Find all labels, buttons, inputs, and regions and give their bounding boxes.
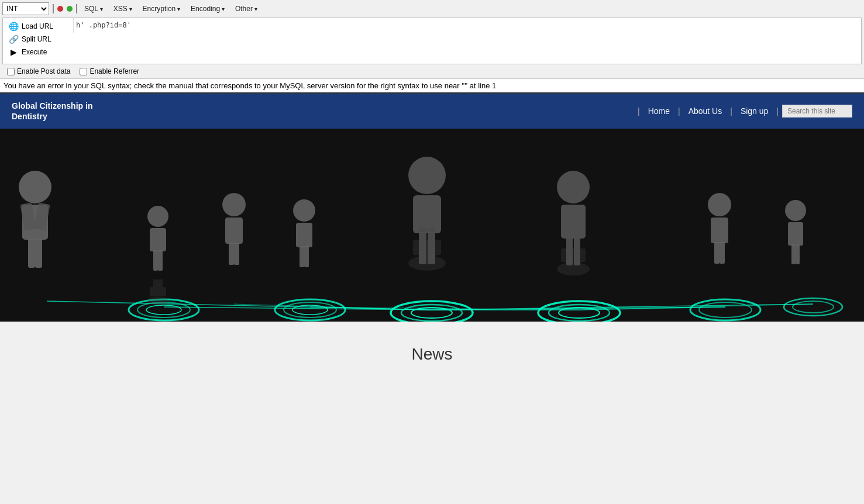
- svg-rect-68: [428, 227, 435, 240]
- svg-rect-62: [150, 287, 166, 296]
- svg-point-61: [147, 297, 168, 305]
- svg-rect-66: [413, 240, 441, 255]
- svg-rect-31: [28, 239, 35, 268]
- int-select[interactable]: INT GET POST Cookie: [2, 2, 49, 15]
- enable-referrer-label[interactable]: Enable Referrer: [80, 67, 139, 75]
- svg-point-69: [557, 263, 590, 275]
- green-indicator: [67, 6, 73, 12]
- svg-rect-71: [566, 237, 573, 248]
- svg-rect-55: [714, 242, 720, 264]
- site-nav: Global Citizenship inDentistry | Home | …: [0, 94, 864, 129]
- svg-rect-36: [158, 250, 163, 271]
- toolbar: INT GET POST Cookie SQL XSS Encryption E…: [0, 0, 864, 79]
- sql-error-banner: You have an error in your SQL syntax; ch…: [0, 79, 864, 94]
- svg-rect-43: [300, 246, 304, 267]
- svg-rect-67: [419, 227, 426, 240]
- svg-rect-40: [234, 243, 239, 265]
- execute-button[interactable]: ▶ Execute: [6, 46, 70, 58]
- encryption-menu-button[interactable]: Encryption: [139, 4, 184, 14]
- nav-sep-2: |: [674, 106, 684, 116]
- nav-sep-3: |: [727, 106, 736, 116]
- svg-rect-56: [720, 242, 725, 264]
- sql-menu-button[interactable]: SQL: [81, 4, 106, 14]
- svg-rect-44: [304, 246, 309, 267]
- encoding-menu-button[interactable]: Encoding: [187, 4, 228, 14]
- news-section: News: [0, 322, 864, 403]
- options-row: Enable Post data Enable Referrer: [2, 65, 862, 77]
- load-url-icon: 🌐: [9, 22, 18, 31]
- red-indicator: [57, 6, 63, 12]
- xss-menu-button[interactable]: XSS: [110, 4, 136, 14]
- hero-network-svg: [0, 129, 864, 322]
- url-actions: 🌐 Load URL 🔗 Split URL ▶ Execute: [3, 18, 73, 60]
- hero-banner: [0, 129, 864, 322]
- svg-rect-50: [561, 205, 586, 239]
- execute-icon: ▶: [9, 47, 18, 57]
- svg-rect-63: [153, 279, 158, 288]
- website-preview: Global Citizenship inDentistry | Home | …: [0, 94, 864, 403]
- nav-sep-1: |: [634, 106, 643, 116]
- split-url-button[interactable]: 🔗 Split URL: [6, 33, 70, 45]
- svg-rect-42: [296, 223, 312, 247]
- enable-post-data-checkbox[interactable]: [7, 68, 15, 75]
- svg-rect-72: [574, 237, 580, 248]
- svg-rect-46: [413, 195, 441, 233]
- svg-rect-39: [229, 243, 234, 265]
- toolbar-top: INT GET POST Cookie SQL XSS Encryption E…: [2, 1, 862, 16]
- load-url-button[interactable]: 🌐 Load URL: [6, 20, 70, 32]
- other-menu-button[interactable]: Other: [232, 4, 261, 14]
- nav-home[interactable]: Home: [643, 104, 674, 118]
- svg-point-33: [147, 206, 168, 227]
- svg-point-65: [408, 256, 446, 271]
- nav-sign-up[interactable]: Sign up: [736, 104, 773, 118]
- svg-rect-59: [791, 244, 796, 264]
- svg-point-37: [222, 193, 246, 216]
- enable-post-data-label[interactable]: Enable Post data: [7, 67, 70, 75]
- svg-point-41: [293, 199, 315, 222]
- split-url-icon: 🔗: [9, 34, 18, 44]
- svg-point-53: [708, 193, 731, 216]
- nav-about-us[interactable]: About Us: [684, 104, 727, 118]
- svg-rect-34: [150, 228, 166, 251]
- svg-point-45: [408, 157, 446, 194]
- enable-referrer-checkbox[interactable]: [80, 68, 87, 75]
- svg-rect-38: [225, 218, 243, 244]
- svg-point-27: [19, 171, 51, 203]
- svg-rect-58: [788, 222, 803, 246]
- svg-rect-60: [796, 244, 800, 264]
- site-logo: Global Citizenship inDentistry: [12, 101, 92, 122]
- site-search-input[interactable]: [782, 105, 852, 118]
- toolbar-separator: [53, 4, 54, 13]
- toolbar-separator-2: [76, 4, 77, 13]
- url-input-area[interactable]: h' .php?id=8': [73, 18, 861, 33]
- url-row: 🌐 Load URL 🔗 Split URL ▶ Execute h' .php…: [2, 18, 862, 64]
- nav-sep-4: |: [773, 106, 782, 116]
- svg-point-57: [785, 200, 806, 221]
- svg-point-49: [557, 171, 590, 203]
- news-heading: News: [12, 345, 852, 364]
- svg-rect-35: [153, 250, 158, 271]
- svg-rect-70: [561, 248, 586, 262]
- site-menu: | Home | About Us | Sign up |: [634, 104, 852, 118]
- svg-rect-32: [35, 239, 42, 268]
- svg-rect-64: [158, 279, 163, 288]
- svg-rect-54: [711, 218, 728, 243]
